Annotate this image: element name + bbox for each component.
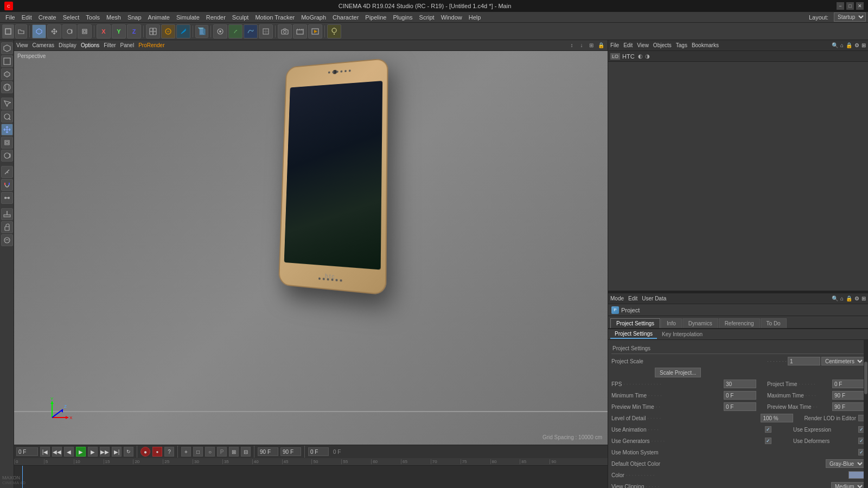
prop-lock-icon[interactable]: 🔒 — [846, 296, 852, 301]
menu-pipeline[interactable]: Pipeline — [362, 13, 390, 22]
select-view-clipping[interactable]: Medium Near Far — [831, 482, 865, 488]
tl-key-grid[interactable]: ⊞ — [229, 447, 239, 457]
maximize-button[interactable]: □ — [846, 2, 854, 10]
menu-create[interactable]: Create — [35, 13, 60, 22]
open-button[interactable] — [15, 24, 27, 38]
tool-pen[interactable] — [213, 24, 227, 38]
vp-tab-panel[interactable]: Panel — [120, 42, 135, 48]
tool-move[interactable] — [47, 24, 61, 38]
tool-edges[interactable] — [1, 55, 13, 67]
tool-render-btn[interactable] — [308, 24, 322, 38]
vp-lock[interactable]: 🔒 — [597, 41, 605, 50]
vp-icon-1[interactable]: ↕ — [567, 41, 576, 50]
tl-play[interactable]: ▶ — [76, 447, 86, 457]
input-fps[interactable] — [724, 380, 756, 388]
rp-search-icon[interactable]: 🔍 — [832, 42, 838, 48]
prop-home-icon[interactable]: ⌂ — [840, 296, 844, 301]
menu-render[interactable]: Render — [203, 13, 229, 22]
menu-snap[interactable]: Snap — [124, 13, 145, 22]
tab-referencing[interactable]: Referencing — [719, 318, 760, 328]
prop-edit[interactable]: Edit — [628, 296, 637, 301]
rp-expand-icon[interactable]: ⊞ — [861, 42, 866, 48]
tl-end[interactable]: ▶| — [112, 447, 122, 457]
fps-input[interactable] — [280, 447, 301, 456]
tool-knife[interactable] — [1, 166, 13, 178]
vp-fullscreen[interactable]: ⊞ — [587, 41, 596, 50]
tool-polygons[interactable] — [1, 68, 13, 80]
tab-todo[interactable]: To Do — [761, 318, 787, 328]
prop-settings-icon[interactable]: ⚙ — [854, 296, 859, 301]
rp-view[interactable]: View — [637, 42, 649, 48]
tool-scale-2[interactable] — [1, 137, 13, 149]
tl-record[interactable]: ● — [141, 447, 150, 457]
tool-floor[interactable] — [1, 208, 13, 220]
vp-icon-2[interactable]: ↓ — [577, 41, 586, 50]
rp-tags[interactable]: Tags — [676, 42, 687, 48]
check-use-anim[interactable] — [765, 426, 771, 433]
rp-home-icon[interactable]: ⌂ — [840, 42, 844, 48]
menu-mesh[interactable]: Mesh — [103, 13, 124, 22]
tool-points[interactable] — [1, 42, 13, 54]
window-controls[interactable]: − □ ✕ — [837, 2, 864, 10]
menu-animate[interactable]: Animate — [145, 13, 173, 22]
tool-paint[interactable] — [176, 24, 190, 38]
menu-select[interactable]: Select — [60, 13, 83, 22]
timeline-content[interactable] — [14, 466, 608, 488]
visibility-icon-2[interactable]: ◑ — [645, 53, 650, 59]
tool-model[interactable] — [32, 24, 46, 38]
rp-file[interactable]: File — [610, 42, 619, 48]
close-button[interactable]: ✕ — [856, 2, 864, 10]
color-swatch[interactable] — [848, 471, 865, 479]
tool-material-paint[interactable] — [1, 234, 13, 246]
vp-tab-filter[interactable]: Filter — [104, 42, 116, 48]
tool-object-select[interactable] — [1, 98, 13, 110]
viewport-canvas[interactable]: Perspective htc — [14, 51, 608, 445]
tool-move-2[interactable] — [1, 124, 13, 136]
minimize-button[interactable]: − — [837, 2, 844, 10]
max-frame-input[interactable] — [258, 447, 278, 456]
menu-file[interactable]: File — [2, 13, 18, 22]
tl-add-key[interactable]: + — [181, 447, 191, 457]
tool-clapperboard[interactable] — [293, 24, 307, 38]
menu-edit[interactable]: Edit — [18, 13, 35, 22]
tab-dynamics[interactable]: Dynamics — [682, 318, 718, 328]
menu-script[interactable]: Script — [416, 13, 438, 22]
menu-sculpt[interactable]: Sculpt — [229, 13, 252, 22]
rp-objects[interactable]: Objects — [653, 42, 672, 48]
menu-help[interactable]: Help — [465, 13, 484, 22]
check-use-gen[interactable] — [765, 438, 771, 444]
menu-tools[interactable]: Tools — [82, 13, 103, 22]
tl-key-P[interactable]: P — [217, 447, 227, 457]
tl-next[interactable]: ▶ — [88, 447, 98, 457]
menu-simulate[interactable]: Simulate — [173, 13, 203, 22]
rp-lock-icon[interactable]: 🔒 — [846, 42, 852, 48]
tl-auto-key[interactable]: □ — [193, 447, 203, 457]
tool-light[interactable] — [327, 24, 341, 38]
vp-tab-view[interactable]: View — [16, 42, 28, 48]
prop-expand-icon[interactable]: ⊞ — [861, 296, 866, 301]
axis-z[interactable]: Z — [127, 24, 141, 38]
view-cube[interactable] — [195, 25, 208, 38]
frame-input-2[interactable] — [308, 447, 329, 456]
tl-start[interactable]: |◀ — [40, 447, 50, 457]
rp-edit[interactable]: Edit — [623, 42, 633, 48]
tl-key-extra[interactable]: ⊟ — [241, 447, 251, 457]
visibility-icon-1[interactable]: ◐ — [638, 53, 643, 59]
tool-bridge[interactable] — [1, 192, 13, 204]
tool-brush[interactable] — [228, 24, 242, 38]
menu-mograph[interactable]: MoGraph — [298, 13, 329, 22]
menu-character[interactable]: Character — [329, 13, 362, 22]
tl-help[interactable]: ? — [164, 447, 174, 457]
select-project-scale-unit[interactable]: Centimeters Meters — [821, 357, 865, 365]
tab-project-settings[interactable]: Project Settings — [610, 318, 660, 328]
tool-live-select[interactable] — [1, 111, 13, 123]
settings-scrollbar[interactable] — [864, 340, 868, 488]
axis-y[interactable]: Y — [112, 24, 126, 38]
rp-bookmarks[interactable]: Bookmarks — [692, 42, 719, 48]
tool-rotate[interactable] — [62, 24, 76, 38]
tl-prev[interactable]: ◀ — [64, 447, 74, 457]
tool-spline[interactable] — [244, 24, 258, 38]
tool-rotate-2[interactable] — [1, 150, 13, 162]
tool-lock[interactable] — [1, 221, 13, 233]
tl-key-circle[interactable]: ○ — [205, 447, 215, 457]
